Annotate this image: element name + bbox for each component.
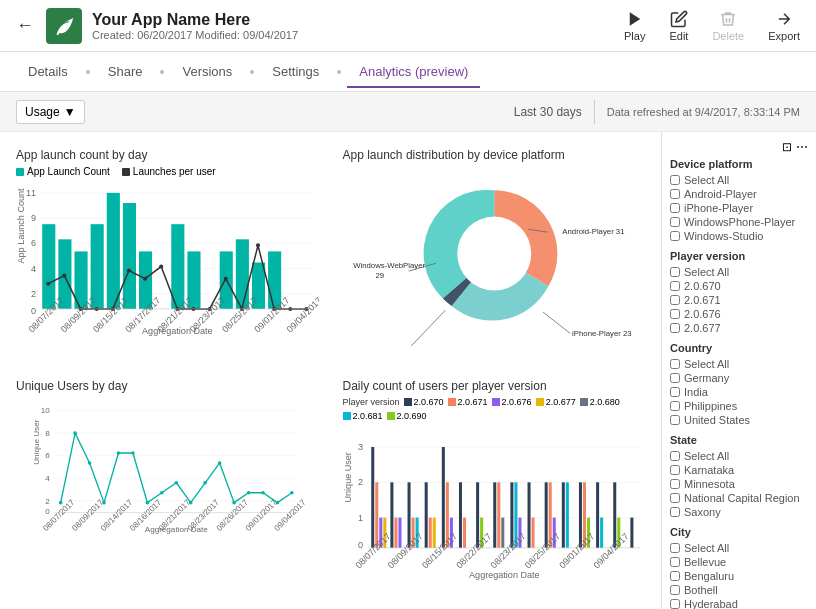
dp-android[interactable]: Android-Player — [670, 188, 808, 200]
svg-rect-138 — [501, 517, 504, 547]
country-select-all-checkbox[interactable] — [670, 359, 680, 369]
tab-details[interactable]: Details — [16, 56, 80, 87]
svg-text:Android-Player 31: Android-Player 31 — [562, 227, 624, 236]
dp-windows-studio[interactable]: Windows-Studio — [670, 230, 808, 242]
back-button[interactable]: ← — [16, 15, 34, 36]
more-icon[interactable]: ⋯ — [796, 140, 808, 154]
svg-rect-156 — [630, 517, 633, 547]
pv-681-dot — [343, 412, 351, 420]
launch-count-legend: App Launch Count Launches per user — [16, 166, 319, 177]
pv-677-dot — [536, 398, 544, 406]
city-hyderabad-checkbox[interactable] — [670, 599, 680, 609]
svg-rect-116 — [371, 447, 374, 548]
refresh-timestamp: Data refreshed at 9/4/2017, 8:33:14 PM — [607, 106, 800, 118]
tab-versions[interactable]: Versions — [170, 56, 244, 87]
state-ncr-checkbox[interactable] — [670, 493, 680, 503]
city-bengaluru[interactable]: Bengaluru — [670, 570, 808, 582]
svg-point-81 — [73, 431, 77, 435]
state-ncr[interactable]: National Capital Region — [670, 492, 808, 504]
country-india-checkbox[interactable] — [670, 387, 680, 397]
state-minnesota-checkbox[interactable] — [670, 479, 680, 489]
tab-share[interactable]: Share — [96, 56, 155, 87]
donut-chart: Android-Player 31 iPhone-Player 23 Windo… — [343, 166, 646, 346]
country-india[interactable]: India — [670, 386, 808, 398]
svg-point-29 — [46, 282, 50, 286]
dark-legend-dot — [122, 168, 130, 176]
city-select-all[interactable]: Select All — [670, 542, 808, 554]
city-bellevue[interactable]: Bellevue — [670, 556, 808, 568]
svg-rect-122 — [398, 517, 401, 547]
dp-android-checkbox[interactable] — [670, 189, 680, 199]
dp-iphone-checkbox[interactable] — [670, 203, 680, 213]
edit-icon — [670, 10, 688, 28]
tab-settings[interactable]: Settings — [260, 56, 331, 87]
pv-670[interactable]: 2.0.670 — [670, 280, 808, 292]
pv-677[interactable]: 2.0.677 — [670, 322, 808, 334]
country-title: Country — [670, 342, 808, 354]
delete-button[interactable]: Delete — [712, 10, 744, 42]
pv-676-checkbox[interactable] — [670, 309, 680, 319]
play-button[interactable]: Play — [624, 10, 645, 42]
pv-676[interactable]: 2.0.676 — [670, 308, 808, 320]
app-meta: Created: 06/20/2017 Modified: 09/04/2017 — [92, 29, 624, 41]
pv-671-checkbox[interactable] — [670, 295, 680, 305]
dp-select-all-checkbox[interactable] — [670, 175, 680, 185]
state-select-all[interactable]: Select All — [670, 450, 808, 462]
country-us[interactable]: United States — [670, 414, 808, 426]
state-karnataka[interactable]: Karnataka — [670, 464, 808, 476]
svg-text:1: 1 — [358, 512, 363, 522]
pv-select-all-checkbox[interactable] — [670, 267, 680, 277]
pv-671[interactable]: 2.0.671 — [670, 294, 808, 306]
city-bothell-checkbox[interactable] — [670, 585, 680, 595]
country-us-checkbox[interactable] — [670, 415, 680, 425]
state-minnesota[interactable]: Minnesota — [670, 478, 808, 490]
svg-text:29: 29 — [375, 271, 384, 280]
city-bellevue-checkbox[interactable] — [670, 557, 680, 567]
dp-iphone[interactable]: iPhone-Player — [670, 202, 808, 214]
country-germany[interactable]: Germany — [670, 372, 808, 384]
svg-text:2: 2 — [31, 289, 36, 299]
state-saxony-checkbox[interactable] — [670, 507, 680, 517]
country-philippines[interactable]: Philippines — [670, 400, 808, 412]
svg-text:2: 2 — [358, 477, 363, 487]
app-name: Your App Name Here — [92, 11, 624, 29]
pv-select-all[interactable]: Select All — [670, 266, 808, 278]
svg-rect-128 — [432, 517, 435, 547]
svg-point-80 — [59, 500, 63, 504]
pv-677-checkbox[interactable] — [670, 323, 680, 333]
country-germany-checkbox[interactable] — [670, 373, 680, 383]
city-select-all-checkbox[interactable] — [670, 543, 680, 553]
svg-rect-17 — [123, 203, 136, 309]
player-version-section: Player version Select All 2.0.670 2.0.67… — [670, 250, 808, 334]
svg-rect-16 — [107, 193, 120, 309]
city-bothell[interactable]: Bothell — [670, 584, 808, 596]
city-hyderabad[interactable]: Hyderabad — [670, 598, 808, 609]
tab-analytics[interactable]: Analytics (preview) — [347, 56, 480, 87]
state-karnataka-checkbox[interactable] — [670, 465, 680, 475]
usage-dropdown[interactable]: Usage ▼ — [16, 100, 85, 124]
pv-670-checkbox[interactable] — [670, 281, 680, 291]
expand-icon[interactable]: ⊡ — [782, 140, 792, 154]
dp-windows-studio-checkbox[interactable] — [670, 231, 680, 241]
city-bengaluru-checkbox[interactable] — [670, 571, 680, 581]
dp-select-all[interactable]: Select All — [670, 174, 808, 186]
dp-windowsphone[interactable]: WindowsPhone-Player — [670, 216, 808, 228]
state-saxony[interactable]: Saxony — [670, 506, 808, 518]
dp-windowsphone-checkbox[interactable] — [670, 217, 680, 227]
svg-text:Aggregation Date: Aggregation Date — [469, 570, 540, 580]
svg-rect-152 — [596, 482, 599, 548]
svg-point-87 — [160, 490, 164, 494]
svg-point-36 — [159, 265, 163, 269]
state-select-all-checkbox[interactable] — [670, 451, 680, 461]
distribution-chart: App launch distribution by device platfo… — [335, 140, 654, 363]
svg-rect-129 — [441, 447, 444, 548]
pv-690-dot — [387, 412, 395, 420]
export-button[interactable]: Export — [768, 10, 800, 42]
edit-button[interactable]: Edit — [669, 10, 688, 42]
svg-text:0: 0 — [45, 507, 50, 516]
toolbar: Usage ▼ Last 30 days Data refreshed at 9… — [0, 92, 816, 132]
country-philippines-checkbox[interactable] — [670, 401, 680, 411]
country-select-all[interactable]: Select All — [670, 358, 808, 370]
svg-text:6: 6 — [45, 451, 50, 460]
svg-text:Windows-WebPlayer: Windows-WebPlayer — [353, 261, 425, 270]
